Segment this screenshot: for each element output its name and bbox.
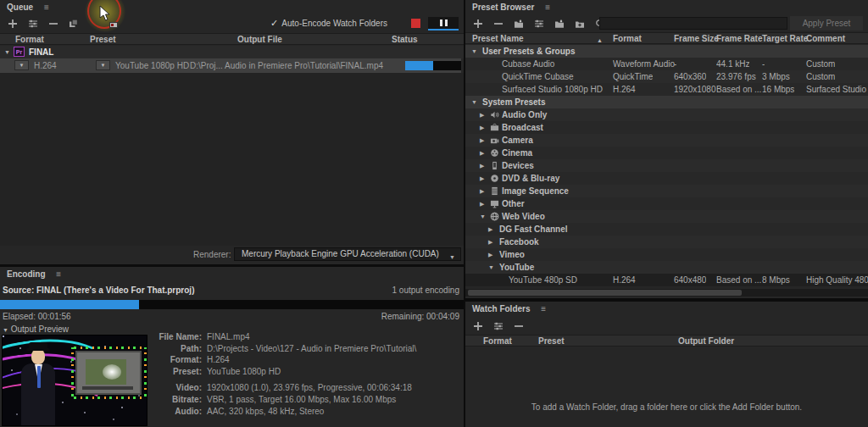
column-header-comment[interactable]: Comment: [806, 34, 845, 44]
remove-item-icon[interactable]: [45, 16, 62, 30]
panel-divider[interactable]: [465, 298, 868, 302]
watch-folder-settings-icon[interactable]: [490, 319, 507, 333]
preset-settings-icon[interactable]: [531, 16, 548, 30]
watch-folders-drop-area[interactable]: To add a Watch Folder, drag a folder her…: [465, 347, 868, 427]
expand-node-icon[interactable]: ▶: [480, 134, 484, 147]
expand-node-icon[interactable]: ▶: [488, 248, 492, 261]
expand-node-icon[interactable]: ▶: [480, 172, 484, 185]
add-output-icon[interactable]: [25, 16, 42, 30]
preset-group-row[interactable]: ▼System Presets: [465, 96, 868, 108]
add-watch-folder-icon[interactable]: [470, 319, 487, 333]
queue-job-row[interactable]: ▼ H.264 ▼ YouTube 1080p HD D:\Proj... Au…: [0, 58, 461, 73]
new-preset-icon[interactable]: [470, 16, 487, 30]
expand-node-icon[interactable]: ▶: [480, 185, 484, 197]
column-header-preset[interactable]: Preset: [90, 35, 116, 45]
collapse-node-icon[interactable]: ▼: [471, 96, 477, 108]
preset-category-row[interactable]: ▶Camera: [465, 134, 868, 147]
preset-hscrollbar-thumb[interactable]: [468, 290, 742, 296]
stop-icon: [411, 19, 420, 28]
preset-row[interactable]: YouTube 480p SDH.264640x480Based on ...8…: [465, 274, 868, 286]
mouse-cursor: [99, 5, 111, 22]
renderer-value: Mercury Playback Engine GPU Acceleration…: [242, 249, 439, 258]
apply-preset-label: Apply Preset: [803, 19, 851, 28]
preset-row[interactable]: Cubase AudioWaveform Audio-44.1 kHz-Cust…: [465, 58, 868, 70]
column-header-preset-name[interactable]: Preset Name: [472, 34, 524, 44]
output-preview-toggle[interactable]: ▼ Output Preview: [3, 324, 69, 334]
collapse-group-icon[interactable]: ▼: [4, 46, 10, 58]
column-header-frame-rate[interactable]: Frame Rate: [716, 34, 762, 44]
format-dropdown[interactable]: ▼: [14, 60, 29, 70]
collapse-node-icon[interactable]: ▼: [488, 261, 494, 274]
preset-cell: 1920x1080: [674, 83, 716, 96]
column-header-format[interactable]: Format: [483, 336, 512, 347]
column-header-target-rate[interactable]: Target Rate: [762, 34, 808, 44]
preset-hscrollbar[interactable]: [465, 289, 868, 297]
pause-icon: [445, 19, 448, 26]
auto-encode-label: Auto-Encode Watch Folders: [281, 19, 387, 28]
encoding-panel-menu-icon[interactable]: ≡: [56, 269, 61, 279]
watch-folders-title-label: Watch Folders: [472, 304, 531, 313]
preset-category-row[interactable]: ▶Facebook: [465, 236, 868, 248]
preset-category-row[interactable]: ▶Vimeo: [465, 248, 868, 261]
preset-category-row[interactable]: ▶Devices: [465, 159, 868, 172]
column-header-preset[interactable]: Preset: [538, 336, 565, 347]
import-preset-icon[interactable]: [551, 16, 568, 30]
expand-node-icon[interactable]: ▶: [480, 147, 484, 159]
remove-watch-folder-icon[interactable]: [510, 319, 527, 333]
collapse-node-icon[interactable]: ▼: [471, 45, 477, 58]
detail-value: YouTube 1080p HD: [207, 366, 281, 378]
column-header-output-file[interactable]: Output File: [237, 35, 282, 45]
preset-search-input[interactable]: [599, 17, 787, 30]
expand-node-icon[interactable]: ▶: [480, 197, 484, 210]
job-output-file-link[interactable]: D:\Proj... Audio in Premiere Pro\Tutoria…: [190, 58, 383, 73]
watch-folders-menu-icon[interactable]: ≡: [541, 304, 546, 313]
filmstrip-icon: [490, 186, 499, 196]
expand-node-icon[interactable]: ▶: [480, 121, 484, 134]
pause-icon: [440, 19, 442, 26]
renderer-select[interactable]: Mercury Playback Engine GPU Acceleration…: [234, 247, 461, 261]
preset-category-row[interactable]: ▶DG Fast Channel: [465, 223, 868, 236]
apply-preset-button[interactable]: Apply Preset: [790, 16, 863, 30]
preset-cell: 3 Mbps: [762, 70, 790, 83]
preset-category-row[interactable]: ▶Cinema: [465, 147, 868, 159]
column-header-status[interactable]: Status: [392, 35, 418, 45]
new-preset-group-icon[interactable]: [510, 16, 527, 30]
preset-category-row[interactable]: ▶Image Sequence: [465, 185, 868, 197]
preset-dropdown[interactable]: ▼: [96, 60, 110, 70]
preset-category-row[interactable]: ▶Other: [465, 197, 868, 210]
expand-node-icon[interactable]: ▶: [480, 108, 484, 121]
export-preset-icon[interactable]: [571, 16, 588, 30]
preset-category-row[interactable]: ▶Audio Only: [465, 108, 868, 121]
preset-cell: Based on ...: [716, 83, 761, 96]
column-header-format[interactable]: Format: [613, 34, 642, 44]
preset-row[interactable]: Surfaced Studio 1080p HDH.2641920x1080Ba…: [465, 83, 868, 96]
preset-category-row[interactable]: ▶Broadcast: [465, 121, 868, 134]
preset-category-row[interactable]: ▶DVD & Blu-ray: [465, 172, 868, 185]
preset-category-row[interactable]: ▼YouTube: [465, 261, 868, 274]
duplicate-item-icon[interactable]: [65, 16, 82, 30]
expand-node-icon[interactable]: ▶: [488, 223, 492, 236]
stop-queue-button[interactable]: [406, 17, 425, 30]
expand-node-icon[interactable]: ▶: [480, 159, 484, 172]
preset-category-row[interactable]: ▼Web Video: [465, 210, 868, 223]
column-header-output-folder[interactable]: Output Folder: [678, 336, 734, 347]
column-header-frame-size[interactable]: Frame Size: [674, 34, 719, 44]
auto-encode-checkbox[interactable]: ✓: [270, 18, 278, 29]
collapse-node-icon[interactable]: ▼: [480, 210, 486, 223]
add-source-icon[interactable]: [4, 16, 21, 30]
queue-group-row[interactable]: ▼ Pr FINAL: [0, 46, 464, 58]
preset-group-row[interactable]: ▼User Presets & Groups: [465, 45, 868, 58]
globe-icon: [490, 212, 499, 221]
expand-node-icon[interactable]: ▶: [488, 236, 492, 248]
panel-divider[interactable]: [0, 264, 464, 267]
output-detail-row: Video:1920x1080 (1.0), 23.976 fps, Progr…: [149, 382, 416, 394]
preset-name-label: QuickTime Cubase: [502, 70, 574, 83]
tv-icon: [490, 123, 499, 132]
queue-panel-menu-icon[interactable]: ≡: [44, 3, 49, 12]
preset-row[interactable]: QuickTime CubaseQuickTime640x36023.976 f…: [465, 70, 868, 83]
pause-queue-button[interactable]: [428, 17, 459, 30]
delete-preset-icon[interactable]: [490, 16, 507, 30]
column-header-format[interactable]: Format: [15, 35, 44, 45]
preset-browser-menu-icon[interactable]: ≡: [545, 3, 550, 12]
panel-divider[interactable]: [464, 0, 465, 427]
